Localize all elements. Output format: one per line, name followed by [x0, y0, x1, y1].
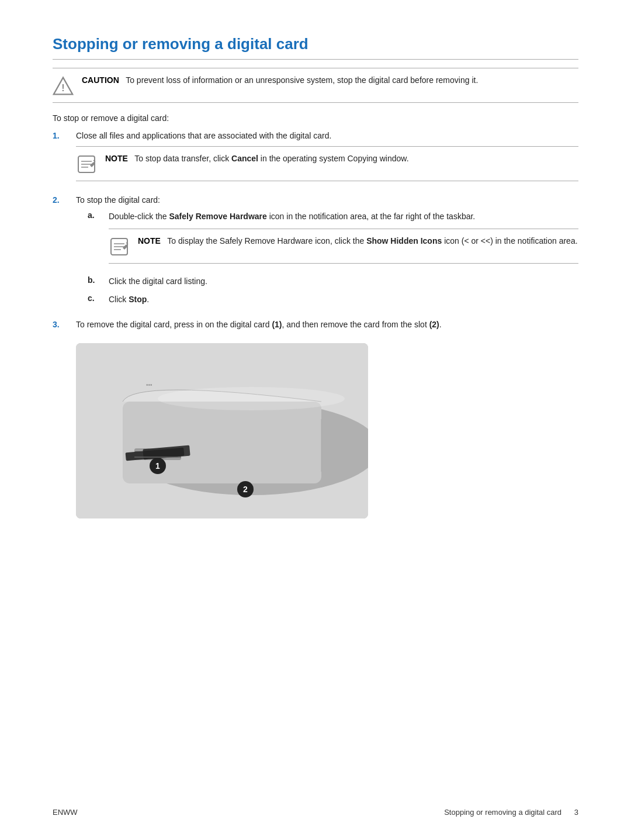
caution-box: ! CAUTION To prevent loss of information… [53, 68, 578, 103]
title-divider [53, 59, 578, 60]
step-1: 1. Close all files and applications that… [53, 131, 578, 187]
sub-step-b: b. Click the digital card listing. [88, 275, 578, 288]
step-3: 3. To remove the digital card, press in … [53, 320, 578, 329]
caution-label: CAUTION [82, 75, 119, 85]
device-illustration: 1 2 ••• [76, 343, 368, 518]
footer-title: Stopping or removing a digital card [444, 808, 561, 817]
sub-step-a-note-text: NOTE To display the Safely Remove Hardwa… [138, 235, 578, 247]
step-2-text: To stop the digital card: [76, 195, 578, 205]
svg-text:1: 1 [155, 461, 160, 471]
step-1-note-body: To stop data transfer, click Cancel in t… [130, 154, 409, 163]
svg-point-24 [158, 387, 345, 410]
sub-step-c-label: c. [88, 293, 109, 303]
note-label-1: NOTE [105, 154, 128, 163]
footer-center: Stopping or removing a digital card 3 [444, 808, 578, 817]
note-icon-1 [76, 154, 97, 175]
sub-step-a-note-box: NOTE To display the Safely Remove Hardwa… [109, 229, 578, 264]
step-3-content: To remove the digital card, press in on … [76, 320, 578, 329]
note-icon-2 [109, 236, 130, 257]
step-3-text: To remove the digital card, press in on … [76, 320, 578, 329]
svg-text:!: ! [61, 82, 64, 93]
step-1-number: 1. [53, 131, 76, 140]
footer: ENWW Stopping or removing a digital card… [53, 808, 578, 817]
sub-step-a-label: a. [88, 210, 109, 220]
sub-step-list: a. Double-click the Safely Remove Hardwa… [88, 210, 578, 306]
step-1-content: Close all files and applications that ar… [76, 131, 578, 187]
note-label-2: NOTE [138, 236, 161, 246]
sub-step-c: c. Click Stop. [88, 293, 578, 306]
svg-text:•••: ••• [146, 382, 152, 388]
sub-step-c-text: Click Stop. [109, 293, 578, 306]
device-illustration-container: 1 2 ••• [76, 343, 368, 518]
footer-page: 3 [574, 808, 578, 817]
step-1-note-text: NOTE To stop data transfer, click Cancel… [105, 153, 409, 165]
step-1-text: Close all files and applications that ar… [76, 131, 578, 140]
sub-step-a-content: Double-click the Safely Remove Hardware … [109, 210, 578, 269]
svg-text:2: 2 [243, 485, 248, 494]
footer-left: ENWW [53, 808, 78, 817]
sub-step-b-label: b. [88, 275, 109, 285]
sub-step-a: a. Double-click the Safely Remove Hardwa… [88, 210, 578, 269]
intro-text: To stop or remove a digital card: [53, 113, 578, 123]
sub-step-a-note-body: To display the Safely Remove Hardware ic… [163, 236, 578, 246]
caution-content: CAUTION To prevent loss of information o… [82, 74, 478, 87]
step-list: 1. Close all files and applications that… [53, 131, 578, 329]
caution-text: To prevent loss of information or an unr… [122, 75, 479, 85]
sub-step-c-content: Click Stop. [109, 293, 578, 306]
step-2-content: To stop the digital card: a. Double-clic… [76, 195, 578, 312]
step-2-number: 2. [53, 195, 76, 205]
step-2: 2. To stop the digital card: a. Double-c… [53, 195, 578, 312]
sub-step-a-text: Double-click the Safely Remove Hardware … [109, 210, 578, 223]
step-3-number: 3. [53, 320, 76, 329]
sub-step-b-content: Click the digital card listing. [109, 275, 578, 288]
caution-triangle-icon: ! [53, 75, 74, 96]
sub-step-b-text: Click the digital card listing. [109, 275, 578, 288]
step-1-note-box: NOTE To stop data transfer, click Cancel… [76, 146, 578, 181]
page-title: Stopping or removing a digital card [53, 35, 578, 53]
